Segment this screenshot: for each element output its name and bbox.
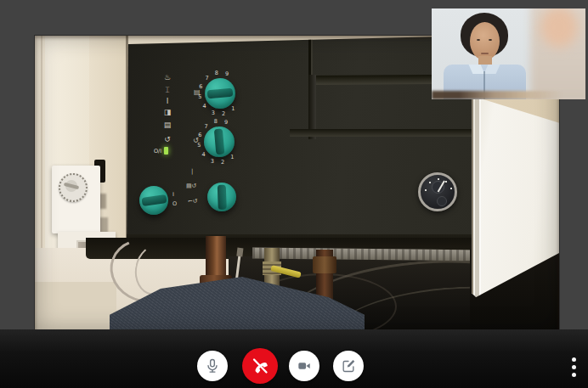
radiator-loop-icon: ▤↺ bbox=[186, 183, 196, 189]
burner-icon: ⌶ bbox=[157, 86, 178, 94]
kebab-menu-icon bbox=[572, 357, 576, 362]
thermostat-dial-knob bbox=[65, 180, 77, 192]
power-led bbox=[164, 147, 168, 155]
flame-icon: ♨ bbox=[157, 73, 178, 82]
edit-button[interactable] bbox=[333, 351, 364, 381]
microphone-button[interactable] bbox=[197, 351, 228, 381]
blurred-bottom-strip bbox=[432, 91, 585, 99]
kebab-menu-icon bbox=[572, 373, 576, 377]
reset-loop-icon: ↺ bbox=[157, 135, 178, 143]
radiator-icon: ▤ bbox=[157, 121, 178, 129]
participant-eye bbox=[477, 39, 480, 41]
gauge-subdial bbox=[437, 196, 447, 206]
compose-edit-icon bbox=[340, 357, 357, 374]
hangup-button[interactable] bbox=[242, 348, 278, 384]
hot-water-temp-knob[interactable] bbox=[204, 127, 235, 157]
switch-off-label: O bbox=[172, 200, 177, 207]
pip-participant-video[interactable] bbox=[432, 8, 585, 99]
switch-on-label: I bbox=[172, 191, 174, 198]
video-camera-icon bbox=[296, 357, 313, 374]
video-call-window: ♨ ⌶ I ◨ ▤ ↺ O/I 123456789 ▤ 123456789 ↺ … bbox=[0, 0, 588, 388]
power-label: O/I bbox=[154, 148, 161, 155]
thermostat-dial bbox=[59, 173, 88, 202]
pressure-gauge bbox=[418, 172, 457, 211]
wall-crease bbox=[41, 36, 42, 258]
participant-eye bbox=[489, 39, 492, 41]
lower-wall-shadow bbox=[35, 282, 116, 331]
hot-water-icon: ◨ bbox=[157, 108, 178, 116]
camera-button[interactable] bbox=[289, 351, 319, 381]
wall-thermostat-box bbox=[52, 166, 100, 233]
power-switch-knob[interactable] bbox=[139, 186, 168, 215]
mode-selector-knob[interactable] bbox=[207, 183, 236, 211]
radiator-icon: ▤ bbox=[194, 88, 201, 96]
kebab-menu-icon bbox=[572, 365, 576, 369]
power-indicator-row: O/I bbox=[154, 147, 183, 155]
heating-temp-knob[interactable] bbox=[205, 78, 235, 109]
phone-hangup-icon bbox=[250, 356, 270, 376]
participant-face bbox=[470, 22, 500, 60]
temperature-icon: I bbox=[157, 97, 178, 105]
thermometer-icon: | bbox=[191, 168, 193, 175]
more-options-button[interactable] bbox=[564, 350, 583, 384]
blurred-foreground-head bbox=[540, 8, 578, 48]
tap-loop-icon: ⌐↺ bbox=[188, 198, 198, 205]
boiler-control-panel: ♨ ⌶ I ◨ ▤ ↺ O/I 123456789 ▤ 123456789 ↺ … bbox=[123, 36, 477, 251]
loop-arrow-icon: ↺ bbox=[193, 137, 199, 144]
participant-mouth bbox=[481, 53, 489, 54]
microphone-icon bbox=[204, 357, 221, 374]
